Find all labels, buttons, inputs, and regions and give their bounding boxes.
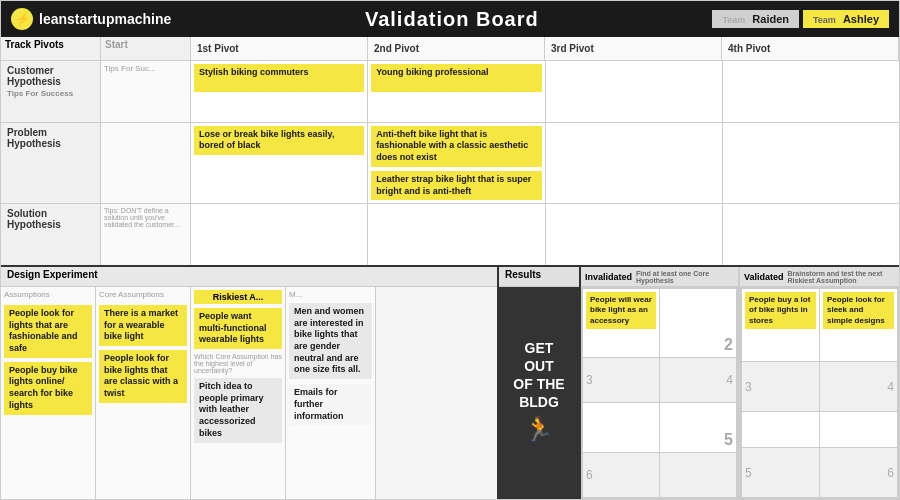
sticky-young-biking: Young biking professional <box>371 64 541 92</box>
sticky-gender-neutral: Men and women are interested in bike lig… <box>289 303 372 379</box>
validated-header: Validated Brainstorm and test the next R… <box>740 267 899 287</box>
validated-num2: 4 <box>820 362 897 411</box>
validated-empty2 <box>820 412 897 447</box>
validated-num4: 6 <box>820 448 897 497</box>
problem-row: Problem Hypothesis Lose or break bike li… <box>1 123 899 204</box>
results-header: Results <box>499 267 579 287</box>
customer-pivot3 <box>546 61 723 122</box>
sticky-classic-twist: People look for bike lights that are cla… <box>99 350 187 403</box>
sticky-stylish-biking: Stylish biking commuters <box>194 64 364 92</box>
logo-icon: ⚡ <box>11 8 33 30</box>
main-container: ⚡ leanstartupmachine Validation Board Te… <box>0 0 900 500</box>
method-label: M... <box>289 290 372 299</box>
pivot2-header: 2nd Pivot <box>368 37 545 60</box>
assumptions-col-2: Core Assumptions There is a market for a… <box>96 287 191 499</box>
invalidated-empty <box>583 403 659 451</box>
customer-pivot2: Young biking professional <box>368 61 545 122</box>
header: ⚡ leanstartupmachine Validation Board Te… <box>1 1 899 37</box>
invalidated-note1: People will wear bike light as an access… <box>583 289 659 357</box>
invalidated-header: Invalidated Find at least one Core Hypot… <box>581 267 738 287</box>
sticky-buy-online: People buy bike lights online/ search fo… <box>4 362 92 415</box>
solution-start: Tips: DON'T define a solution until you'… <box>101 204 191 265</box>
invalidated-panel: Invalidated Find at least one Core Hypot… <box>579 267 739 499</box>
sticky-fashionable-safe: People look for lights that are fashiona… <box>4 305 92 358</box>
validated-empty1 <box>742 412 819 447</box>
sticky-wearable-market: There is a market for a wearable bike li… <box>99 305 187 346</box>
assumptions-col: Assumptions People look for lights that … <box>1 287 96 499</box>
pivot3-header: 3rd Pivot <box>545 37 722 60</box>
invalidated-num3: 4 <box>660 358 736 402</box>
board-rows: Customer Hypothesis Tips For Success Tip… <box>1 61 899 265</box>
invalidated-num6 <box>660 453 736 497</box>
results-panel: Results GETOUTOF THEBLDG 🏃 <box>499 267 579 499</box>
solution-pivot1 <box>191 204 368 265</box>
solution-pivot4 <box>723 204 899 265</box>
teams: Team Raiden Team Ashley <box>712 10 889 28</box>
sticky-emails: Emails for further information <box>289 384 372 425</box>
customer-start: Tips For Suc... <box>101 61 191 122</box>
team-ashley: Team Ashley <box>803 10 889 28</box>
riskiest-sub: Which Core Assumption has the highest le… <box>194 353 282 374</box>
design-experiment-panel: Design Experiment Assumptions People loo… <box>1 267 499 499</box>
invalidated-num5: 6 <box>583 453 659 497</box>
invalidated-num1: 2 <box>660 289 736 357</box>
problem-pivot2: Anti-theft bike light that is fashionabl… <box>368 123 545 203</box>
solution-pivot3 <box>546 204 723 265</box>
validated-num3: 5 <box>742 448 819 497</box>
customer-pivot4 <box>723 61 899 122</box>
problem-label: Problem Hypothesis <box>1 123 101 203</box>
team-raiden: Team Raiden <box>712 10 799 28</box>
get-out-text: GETOUTOF THEBLDG <box>513 339 564 412</box>
riskiest-col: Riskiest A... People want multi-function… <box>191 287 286 499</box>
pivot4-header: 4th Pivot <box>722 37 899 60</box>
sticky-lose-break: Lose or break bike lights easily, bored … <box>194 126 364 155</box>
sticky-antitheft: Anti-theft bike light that is fashionabl… <box>371 126 541 167</box>
design-experiment-content: Assumptions People look for lights that … <box>1 287 497 499</box>
pivot-header-row: Track Pivots Start 1st Pivot 2nd Pivot 3… <box>1 37 899 61</box>
validated-panel: Validated Brainstorm and test the next R… <box>739 267 899 499</box>
track-label: Track Pivots <box>1 37 101 60</box>
solution-row: Solution Hypothesis Tips: DON'T define a… <box>1 204 899 265</box>
validated-grid: People buy a lot of bike lights in store… <box>740 287 899 499</box>
invalidated-num2: 3 <box>583 358 659 402</box>
assumptions-label-2: Core Assumptions <box>99 290 187 299</box>
bottom-section: Design Experiment Assumptions People loo… <box>1 267 899 499</box>
solution-label: Solution Hypothesis <box>1 204 101 265</box>
validation-board: Track Pivots Start 1st Pivot 2nd Pivot 3… <box>1 37 899 267</box>
customer-pivot1: Stylish biking commuters <box>191 61 368 122</box>
page-title: Validation Board <box>191 8 712 31</box>
problem-pivot4 <box>723 123 899 203</box>
sticky-leather-strap: Leather strap bike light that is super b… <box>371 171 541 200</box>
design-experiment-header: Design Experiment <box>1 267 497 287</box>
validated-note1: People buy a lot of bike lights in store… <box>742 289 819 361</box>
method-col: M... Men and women are interested in bik… <box>286 287 376 499</box>
sticky-pitch-idea: Pitch idea to people primary with leathe… <box>194 378 282 442</box>
logo: ⚡ leanstartupmachine <box>11 8 171 30</box>
problem-pivot3 <box>546 123 723 203</box>
sticky-multi-functional: People want multi-functional wearable li… <box>194 308 282 349</box>
customer-row: Customer Hypothesis Tips For Success Tip… <box>1 61 899 123</box>
customer-label: Customer Hypothesis Tips For Success <box>1 61 101 122</box>
running-icon: 🏃 <box>513 411 564 447</box>
pivot1-header: 1st Pivot <box>191 37 368 60</box>
invalidated-num4: 5 <box>660 403 736 451</box>
assumptions-label: Assumptions <box>4 290 92 299</box>
problem-start <box>101 123 191 203</box>
validated-note2: People look for sleek and simple designs <box>820 289 897 361</box>
problem-pivot1: Lose or break bike lights easily, bored … <box>191 123 368 203</box>
validated-num1: 3 <box>742 362 819 411</box>
solution-pivot2 <box>368 204 545 265</box>
invalidated-grid: People will wear bike light as an access… <box>581 287 738 499</box>
get-out-box: GETOUTOF THEBLDG 🏃 <box>499 287 579 499</box>
logo-text: leanstartupmachine <box>39 11 171 27</box>
riskiest-header: Riskiest A... <box>194 290 282 304</box>
start-header: Start <box>101 37 191 60</box>
